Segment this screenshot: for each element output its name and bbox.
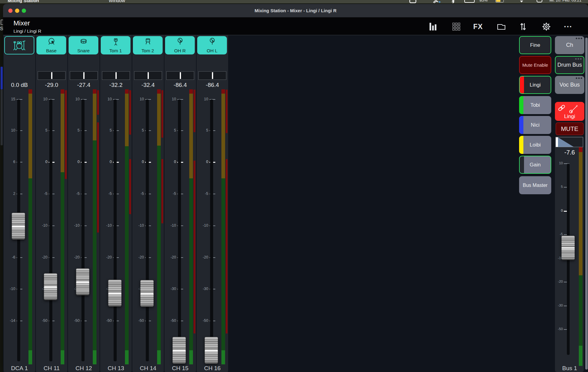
background-blue-bar [1, 67, 3, 89]
channel-strip: Tom 2 -32.4 1050-5-10-20-30-50 CH 14 [132, 35, 164, 372]
gear-icon[interactable] [540, 21, 553, 32]
sidebar-item-fine[interactable]: Fine [519, 36, 551, 54]
macos-menubar: Mixing Station Window 85% Mi. 20. Feb. 0… [0, 0, 588, 3]
level-meter [221, 35, 228, 372]
status-badge-icon[interactable] [464, 0, 475, 3]
channel-strip: 0.0 dB 151062-2-6-10-14 DCA 1 [4, 35, 35, 372]
level-meter [61, 35, 67, 372]
channel-strip: Base -29.0 1050-5-10-20-30-50 CH 11 [36, 35, 67, 372]
channel-label: CH 11 [36, 365, 67, 372]
scrollbar[interactable] [585, 38, 588, 370]
page-subtitle: Lingi / Lingi R [13, 28, 41, 34]
more-icon[interactable]: ... [561, 21, 575, 32]
level-meter [28, 35, 35, 372]
channel-label: CH 14 [132, 365, 164, 372]
sidebar-left-column: Fine Mute Enable Lingi Tobi Nici Loibi G… [519, 35, 551, 372]
window-titlebar: Mixing Station - Mixer - Lingi / Lingi R [3, 4, 588, 17]
meters-icon[interactable] [426, 21, 440, 32]
fader-track[interactable] [114, 99, 117, 361]
sidebar-item-bus-master[interactable]: Bus Master [519, 176, 551, 194]
menubar-clock[interactable]: Mi. 20. Feb. 03:21 [549, 0, 582, 2]
sidebar-item-gain[interactable]: Gain [519, 156, 551, 174]
fader-track[interactable] [178, 99, 181, 361]
page-title: Mixer [13, 19, 30, 27]
fader-knob[interactable] [12, 213, 25, 240]
color-stripe [519, 116, 523, 134]
sort-arrows-icon[interactable] [516, 21, 530, 32]
fader-track[interactable] [146, 99, 149, 361]
sidebar-item-loibi[interactable]: Loibi [519, 136, 551, 154]
bluetooth-icon[interactable] [451, 0, 455, 3]
drum-kit-icon [12, 39, 26, 51]
sidebar-item-lingi[interactable]: Lingi [519, 76, 551, 94]
channel-strip: OH L -86.4 1050-5-10-20-30-50 CH 16 [197, 35, 228, 372]
channel-label: CH 16 [197, 365, 228, 372]
fader-knob[interactable] [140, 280, 154, 307]
display-status-icon[interactable] [409, 0, 417, 3]
channel-label: CH 15 [164, 365, 196, 372]
channel-label: CH 12 [68, 365, 100, 372]
grid-layout-icon[interactable] [450, 21, 463, 32]
app-window: Mixing Station - Mixer - Lingi / Lingi R… [3, 4, 588, 372]
bus-label: Bus 1 [555, 365, 584, 372]
sidebar-item-mute-enable[interactable]: Mute Enable [519, 56, 551, 74]
fader-knob[interactable] [205, 337, 218, 364]
mixer-content: 0.0 dB 151062-2-6-10-14 DCA 1 Base -29.0… [3, 35, 588, 372]
sidebar-item-tobi[interactable]: Tobi [519, 96, 551, 114]
background-gray-bar [1, 89, 3, 145]
control-center-icon[interactable] [537, 0, 542, 2]
window-title: Mixing Station - Mixer - Lingi / Lingi R [3, 4, 588, 17]
menubar-window-menu[interactable]: Window [109, 0, 125, 3]
battery-percent: 85% [480, 0, 488, 2]
chevron-down-icon[interactable] [520, 1, 523, 2]
pan-width-triangle [558, 137, 574, 147]
fx-icon[interactable]: FX [471, 21, 485, 32]
fader-knob[interactable] [76, 268, 89, 295]
fader-knob[interactable] [172, 337, 186, 364]
channel-label: DCA 1 [4, 365, 35, 372]
color-stripe [519, 96, 523, 114]
menubar-app-menu[interactable]: Mixing Station [8, 0, 39, 3]
fader-track[interactable] [81, 99, 85, 361]
pan-position [148, 72, 149, 79]
folder-icon[interactable] [495, 21, 508, 32]
level-meter [189, 35, 196, 372]
sidebar-item-nici[interactable]: Nici [519, 116, 551, 134]
fader-track[interactable] [210, 99, 213, 361]
pan-position [115, 72, 117, 79]
pan-left-bar [556, 137, 558, 147]
pan-position [51, 72, 52, 79]
level-meter [93, 35, 100, 372]
bus-fader-knob[interactable] [561, 236, 575, 260]
sidebar-bus-column: Ch Drum Bus Voc Bus Lingi MUTE [555, 35, 584, 372]
color-stripe [519, 136, 523, 154]
channel-strip: OH R -86.4 1050-5-10-20-30-50 CH 15 [164, 35, 196, 372]
guitar-icon [568, 104, 579, 114]
color-stripe [520, 76, 524, 93]
channel-strip: Snare -27.4 1050-5-10-20-30-50 CH 12 [68, 35, 100, 372]
fader-track[interactable] [49, 99, 52, 361]
channel-strip: Tom 1 -32.2 1050-5-10-20-30-50 CH 13 [100, 35, 132, 372]
trackpad-gesture-icon[interactable] [432, 0, 442, 3]
color-stripe [520, 156, 524, 173]
fader-knob[interactable] [44, 273, 57, 300]
level-meter [125, 35, 132, 372]
pan-position [212, 72, 213, 79]
pan-position [180, 72, 181, 79]
battery-icon[interactable] [496, 0, 504, 2]
fader-knob[interactable] [108, 280, 122, 307]
pan-position [83, 72, 85, 79]
bus-level-meter [579, 35, 582, 372]
link-icon [557, 104, 566, 111]
app-header: Mixer Lingi / Lingi R FX [3, 17, 588, 35]
channel-label: CH 13 [100, 365, 132, 372]
level-meter [157, 35, 164, 372]
